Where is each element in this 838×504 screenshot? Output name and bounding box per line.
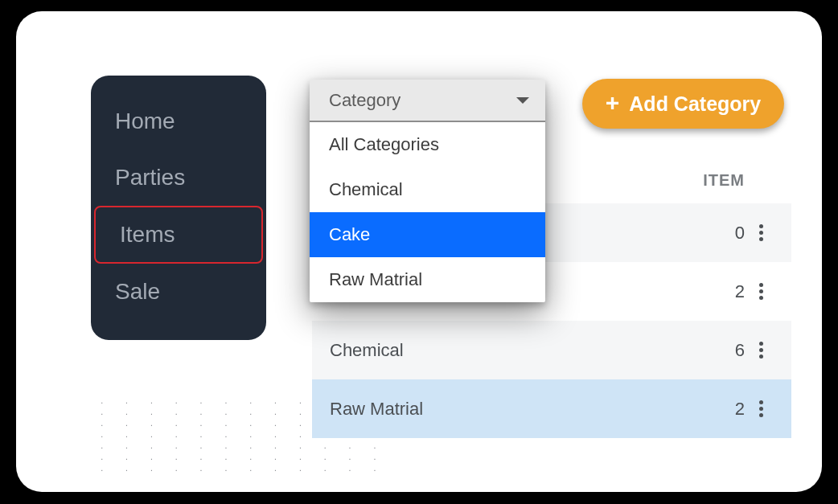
column-header-item: ITEM [703, 171, 745, 190]
sidebar-item-label: Home [115, 109, 175, 134]
dropdown-option-label: Chemical [329, 179, 403, 200]
kebab-icon [759, 283, 763, 300]
dropdown-option-label: All Categories [329, 134, 439, 155]
sidebar-item-items[interactable]: Items [94, 206, 263, 264]
dropdown-option[interactable]: Cake [310, 212, 545, 257]
sidebar-item-label: Items [120, 222, 175, 248]
row-menu-button[interactable] [745, 283, 777, 300]
row-menu-button[interactable] [745, 342, 777, 359]
table-row[interactable]: Chemical 6 [312, 321, 791, 379]
cell-name: Raw Matrial [330, 399, 696, 420]
sidebar-item-home[interactable]: Home [91, 93, 266, 150]
cell-count: 2 [696, 281, 745, 302]
sidebar-item-sale[interactable]: Sale [91, 264, 266, 320]
decorative-dots: . . . . . . . . . . . . . . . . . . . . … [100, 395, 244, 476]
cell-count: 2 [696, 399, 745, 420]
cell-count: 0 [696, 223, 745, 244]
add-category-label: Add Category [629, 92, 761, 116]
dropdown-option-label: Raw Matrial [329, 269, 422, 290]
cell-name: Chemical [330, 340, 696, 361]
dropdown-option[interactable]: Chemical [310, 167, 545, 212]
plus-icon: + [606, 91, 620, 115]
row-menu-button[interactable] [745, 224, 777, 241]
dropdown-option-label: Cake [329, 224, 370, 245]
dropdown-option[interactable]: All Categories [310, 122, 545, 167]
kebab-icon [759, 342, 763, 359]
cell-count: 6 [696, 340, 745, 361]
app-card: Home Parties Items Sale . . . . . . . . … [16, 11, 822, 492]
dropdown-label: Category [329, 90, 401, 111]
sidebar-item-label: Parties [115, 165, 185, 191]
sidebar-item-parties[interactable]: Parties [91, 150, 266, 206]
dropdown-toggle[interactable]: Category [310, 80, 545, 122]
sidebar-item-label: Sale [115, 279, 160, 305]
kebab-icon [759, 400, 763, 417]
kebab-icon [759, 224, 763, 241]
add-category-button[interactable]: + Add Category [582, 79, 784, 129]
dropdown-option[interactable]: Raw Matrial [310, 257, 545, 302]
chevron-down-icon [516, 97, 529, 104]
sidebar: Home Parties Items Sale [91, 76, 266, 340]
category-dropdown: Category All Categories Chemical Cake Ra… [310, 80, 545, 302]
row-menu-button[interactable] [745, 400, 777, 417]
table-row[interactable]: Raw Matrial 2 [312, 379, 791, 438]
